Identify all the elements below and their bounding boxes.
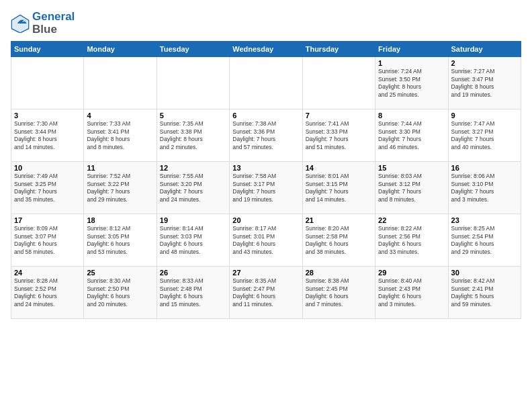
day-number: 29 xyxy=(378,269,445,277)
day-number: 7 xyxy=(306,111,372,120)
day-cell: 10Sunrise: 7:49 AM Sunset: 3:25 PM Dayli… xyxy=(11,162,84,214)
logo-text: General Blue xyxy=(32,11,75,36)
day-number: 21 xyxy=(306,216,372,224)
day-number: 23 xyxy=(451,216,518,224)
logo: General Blue xyxy=(11,11,75,36)
day-cell: 27Sunrise: 8:35 AM Sunset: 2:47 PM Dayli… xyxy=(230,267,302,319)
day-number: 22 xyxy=(378,216,445,224)
calendar-body: 1Sunrise: 7:24 AM Sunset: 3:50 PM Daylig… xyxy=(11,57,521,319)
day-cell: 2Sunrise: 7:27 AM Sunset: 3:47 PM Daylig… xyxy=(448,57,521,109)
day-number: 20 xyxy=(232,216,299,224)
week-row-1: 3Sunrise: 7:30 AM Sunset: 3:44 PM Daylig… xyxy=(11,109,521,162)
day-cell: 8Sunrise: 7:44 AM Sunset: 3:30 PM Daylig… xyxy=(375,109,448,162)
logo-icon xyxy=(11,14,30,33)
day-number: 19 xyxy=(160,216,226,224)
day-info: Sunrise: 8:28 AM Sunset: 2:52 PM Dayligh… xyxy=(14,277,81,308)
day-number: 6 xyxy=(232,111,299,120)
day-cell: 18Sunrise: 8:12 AM Sunset: 3:05 PM Dayli… xyxy=(84,214,157,267)
day-cell: 7Sunrise: 7:41 AM Sunset: 3:33 PM Daylig… xyxy=(302,109,375,162)
day-info: Sunrise: 8:42 AM Sunset: 2:41 PM Dayligh… xyxy=(451,277,518,308)
page: General Blue SundayMondayTuesdayWednesda… xyxy=(0,0,532,411)
day-info: Sunrise: 8:17 AM Sunset: 3:01 PM Dayligh… xyxy=(232,225,299,256)
col-header-sunday: Sunday xyxy=(11,42,84,57)
day-number: 14 xyxy=(306,164,372,172)
day-number: 17 xyxy=(14,216,81,224)
calendar: SundayMondayTuesdayWednesdayThursdayFrid… xyxy=(11,41,521,319)
day-info: Sunrise: 8:14 AM Sunset: 3:03 PM Dayligh… xyxy=(160,225,226,256)
day-info: Sunrise: 7:49 AM Sunset: 3:25 PM Dayligh… xyxy=(14,173,81,203)
day-info: Sunrise: 8:38 AM Sunset: 2:45 PM Dayligh… xyxy=(306,277,372,308)
day-info: Sunrise: 8:33 AM Sunset: 2:48 PM Dayligh… xyxy=(160,277,226,308)
day-info: Sunrise: 7:55 AM Sunset: 3:20 PM Dayligh… xyxy=(160,173,226,203)
day-cell: 19Sunrise: 8:14 AM Sunset: 3:03 PM Dayli… xyxy=(157,214,229,267)
day-number: 12 xyxy=(160,164,226,172)
day-cell xyxy=(11,57,84,109)
day-info: Sunrise: 7:52 AM Sunset: 3:22 PM Dayligh… xyxy=(87,173,153,203)
day-number: 30 xyxy=(451,269,518,277)
day-info: Sunrise: 8:25 AM Sunset: 2:54 PM Dayligh… xyxy=(451,225,518,256)
day-cell xyxy=(302,57,375,109)
day-cell: 4Sunrise: 7:33 AM Sunset: 3:41 PM Daylig… xyxy=(84,109,157,162)
day-cell: 6Sunrise: 7:38 AM Sunset: 3:36 PM Daylig… xyxy=(230,109,302,162)
day-number: 9 xyxy=(451,111,518,120)
day-cell: 26Sunrise: 8:33 AM Sunset: 2:48 PM Dayli… xyxy=(157,267,229,319)
day-info: Sunrise: 7:58 AM Sunset: 3:17 PM Dayligh… xyxy=(232,173,299,203)
col-header-thursday: Thursday xyxy=(302,42,375,57)
day-cell: 17Sunrise: 8:09 AM Sunset: 3:07 PM Dayli… xyxy=(11,214,84,267)
week-row-3: 17Sunrise: 8:09 AM Sunset: 3:07 PM Dayli… xyxy=(11,214,521,267)
day-number: 24 xyxy=(14,269,81,277)
week-row-4: 24Sunrise: 8:28 AM Sunset: 2:52 PM Dayli… xyxy=(11,267,521,319)
col-header-saturday: Saturday xyxy=(448,42,521,57)
day-cell: 14Sunrise: 8:01 AM Sunset: 3:15 PM Dayli… xyxy=(302,162,375,214)
day-number: 15 xyxy=(378,164,445,172)
day-info: Sunrise: 7:41 AM Sunset: 3:33 PM Dayligh… xyxy=(306,120,372,151)
day-cell: 23Sunrise: 8:25 AM Sunset: 2:54 PM Dayli… xyxy=(448,214,521,267)
day-cell: 5Sunrise: 7:35 AM Sunset: 3:38 PM Daylig… xyxy=(157,109,229,162)
day-cell: 3Sunrise: 7:30 AM Sunset: 3:44 PM Daylig… xyxy=(11,109,84,162)
day-info: Sunrise: 8:30 AM Sunset: 2:50 PM Dayligh… xyxy=(87,277,153,308)
day-number: 8 xyxy=(378,111,445,120)
day-cell: 24Sunrise: 8:28 AM Sunset: 2:52 PM Dayli… xyxy=(11,267,84,319)
day-info: Sunrise: 8:09 AM Sunset: 3:07 PM Dayligh… xyxy=(14,225,81,256)
day-number: 11 xyxy=(87,164,153,172)
day-info: Sunrise: 8:12 AM Sunset: 3:05 PM Dayligh… xyxy=(87,225,153,256)
day-cell: 29Sunrise: 8:40 AM Sunset: 2:43 PM Dayli… xyxy=(375,267,448,319)
day-info: Sunrise: 8:35 AM Sunset: 2:47 PM Dayligh… xyxy=(232,277,299,308)
day-cell: 22Sunrise: 8:22 AM Sunset: 2:56 PM Dayli… xyxy=(375,214,448,267)
col-header-tuesday: Tuesday xyxy=(157,42,229,57)
day-cell: 11Sunrise: 7:52 AM Sunset: 3:22 PM Dayli… xyxy=(84,162,157,214)
day-cell: 13Sunrise: 7:58 AM Sunset: 3:17 PM Dayli… xyxy=(230,162,302,214)
week-row-2: 10Sunrise: 7:49 AM Sunset: 3:25 PM Dayli… xyxy=(11,162,521,214)
day-info: Sunrise: 8:06 AM Sunset: 3:10 PM Dayligh… xyxy=(451,173,518,203)
header: General Blue xyxy=(11,11,521,36)
day-number: 3 xyxy=(14,111,81,120)
day-number: 16 xyxy=(451,164,518,172)
day-number: 28 xyxy=(306,269,372,277)
day-cell: 15Sunrise: 8:03 AM Sunset: 3:12 PM Dayli… xyxy=(375,162,448,214)
day-info: Sunrise: 8:22 AM Sunset: 2:56 PM Dayligh… xyxy=(378,225,445,256)
day-cell: 25Sunrise: 8:30 AM Sunset: 2:50 PM Dayli… xyxy=(84,267,157,319)
day-cell xyxy=(84,57,157,109)
col-header-friday: Friday xyxy=(375,42,448,57)
day-cell: 28Sunrise: 8:38 AM Sunset: 2:45 PM Dayli… xyxy=(302,267,375,319)
day-info: Sunrise: 7:47 AM Sunset: 3:27 PM Dayligh… xyxy=(451,120,518,151)
day-info: Sunrise: 7:30 AM Sunset: 3:44 PM Dayligh… xyxy=(14,120,81,151)
day-number: 1 xyxy=(378,59,445,67)
day-info: Sunrise: 7:24 AM Sunset: 3:50 PM Dayligh… xyxy=(378,68,445,99)
day-cell: 9Sunrise: 7:47 AM Sunset: 3:27 PM Daylig… xyxy=(448,109,521,162)
day-number: 10 xyxy=(14,164,81,172)
day-info: Sunrise: 7:44 AM Sunset: 3:30 PM Dayligh… xyxy=(378,120,445,151)
day-cell xyxy=(157,57,229,109)
day-number: 27 xyxy=(232,269,299,277)
col-header-monday: Monday xyxy=(84,42,157,57)
week-row-0: 1Sunrise: 7:24 AM Sunset: 3:50 PM Daylig… xyxy=(11,57,521,109)
day-info: Sunrise: 7:27 AM Sunset: 3:47 PM Dayligh… xyxy=(451,68,518,99)
day-info: Sunrise: 8:03 AM Sunset: 3:12 PM Dayligh… xyxy=(378,173,445,203)
header-row: SundayMondayTuesdayWednesdayThursdayFrid… xyxy=(11,42,521,57)
day-number: 25 xyxy=(87,269,153,277)
day-cell: 20Sunrise: 8:17 AM Sunset: 3:01 PM Dayli… xyxy=(230,214,302,267)
day-cell: 12Sunrise: 7:55 AM Sunset: 3:20 PM Dayli… xyxy=(157,162,229,214)
day-number: 13 xyxy=(232,164,299,172)
calendar-header: SundayMondayTuesdayWednesdayThursdayFrid… xyxy=(11,42,521,57)
day-info: Sunrise: 8:20 AM Sunset: 2:58 PM Dayligh… xyxy=(306,225,372,256)
